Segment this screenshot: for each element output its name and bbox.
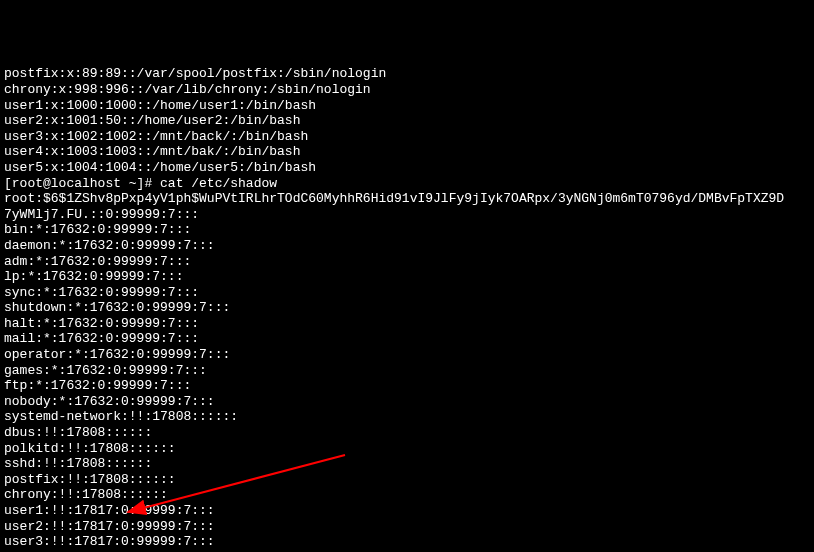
shadow-line: mail:*:17632:0:99999:7::: [4, 331, 810, 347]
shadow-line: root:$6$1ZShv8pPxp4yV1ph$WuPVtIRLhrTOdC6… [4, 191, 810, 207]
shell-prompt[interactable]: [root@localhost ~]# cat /etc/shadow [4, 176, 810, 192]
shadow-line: 7yWMlj7.FU.::0:99999:7::: [4, 207, 810, 223]
shadow-line: bin:*:17632:0:99999:7::: [4, 222, 810, 238]
command-text: cat /etc/shadow [160, 176, 277, 191]
shadow-line: polkitd:!!:17808:::::: [4, 441, 810, 457]
shadow-line: games:*:17632:0:99999:7::: [4, 363, 810, 379]
shadow-line: chrony:!!:17808:::::: [4, 487, 810, 503]
passwd-line: chrony:x:998:996::/var/lib/chrony:/sbin/… [4, 82, 810, 98]
shadow-line: lp:*:17632:0:99999:7::: [4, 269, 810, 285]
prompt-text: [root@localhost ~]# [4, 176, 160, 191]
shadow-line: nobody:*:17632:0:99999:7::: [4, 394, 810, 410]
shadow-line: systemd-network:!!:17808:::::: [4, 409, 810, 425]
shadow-line: sync:*:17632:0:99999:7::: [4, 285, 810, 301]
passwd-line: user5:x:1004:1004::/home/user5:/bin/bash [4, 160, 810, 176]
shadow-line: dbus:!!:17808:::::: [4, 425, 810, 441]
shadow-line: user1:!!:17817:0:99999:7::: [4, 503, 810, 519]
shadow-line: user3:!!:17817:0:99999:7::: [4, 534, 810, 550]
shadow-line: postfix:!!:17808:::::: [4, 472, 810, 488]
shadow-line: sshd:!!:17808:::::: [4, 456, 810, 472]
shadow-line: halt:*:17632:0:99999:7::: [4, 316, 810, 332]
passwd-line: user4:x:1003:1003::/mnt/bak/:/bin/bash [4, 144, 810, 160]
passwd-line: postfix:x:89:89::/var/spool/postfix:/sbi… [4, 66, 810, 82]
passwd-line: user2:x:1001:50::/home/user2:/bin/bash [4, 113, 810, 129]
shadow-line: ftp:*:17632:0:99999:7::: [4, 378, 810, 394]
shadow-line: operator:*:17632:0:99999:7::: [4, 347, 810, 363]
shadow-line: shutdown:*:17632:0:99999:7::: [4, 300, 810, 316]
passwd-line: user3:x:1002:1002::/mnt/back/:/bin/bash [4, 129, 810, 145]
shadow-line: adm:*:17632:0:99999:7::: [4, 254, 810, 270]
terminal-output[interactable]: postfix:x:89:89::/var/spool/postfix:/sbi… [4, 66, 810, 552]
passwd-line: user1:x:1000:1000::/home/user1:/bin/bash [4, 98, 810, 114]
shadow-line: user2:!!:17817:0:99999:7::: [4, 519, 810, 535]
shadow-line: daemon:*:17632:0:99999:7::: [4, 238, 810, 254]
